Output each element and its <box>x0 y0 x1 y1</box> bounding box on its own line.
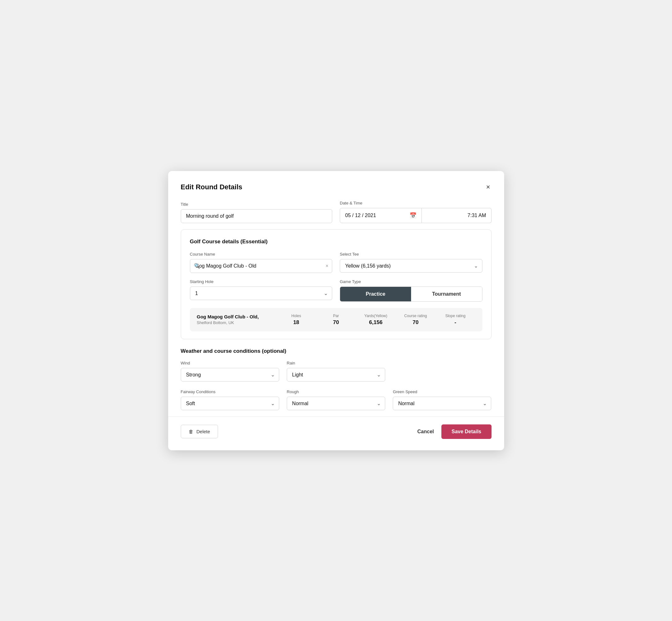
select-tee-wrapper: Yellow (6,156 yards) White (6,456 yards)… <box>340 259 482 273</box>
starting-hole-wrapper: 1 10 ⌄ <box>190 287 333 300</box>
wind-wrapper: Calm Light Moderate Strong ⌄ <box>181 368 279 381</box>
course-rating-value: 70 <box>395 319 435 326</box>
green-speed-wrapper: Slow Normal Fast ⌄ <box>393 397 491 410</box>
time-value: 7:31 AM <box>468 213 486 218</box>
course-stat-holes: Holes 18 <box>277 314 316 326</box>
clear-course-icon[interactable]: × <box>326 263 328 269</box>
wind-label: Wind <box>181 361 279 365</box>
select-tee-group: Select Tee Yellow (6,156 yards) White (6… <box>340 252 482 273</box>
rain-dropdown[interactable]: None Light Moderate Heavy <box>287 368 385 381</box>
starting-hole-dropdown[interactable]: 1 10 <box>190 287 333 300</box>
slope-rating-label: Slope rating <box>435 314 475 318</box>
title-datetime-row: Title Date & Time 05 / 12 / 2021 📅 7:31 … <box>181 201 492 223</box>
fairway-group: Fairway Conditions Soft Normal Hard ⌄ <box>181 389 279 410</box>
starting-hole-group: Starting Hole 1 10 ⌄ <box>190 279 333 302</box>
modal-title: Edit Round Details <box>181 183 243 191</box>
trash-icon: 🗑 <box>189 429 194 434</box>
course-info-location: Shelford Bottom, UK <box>197 320 277 325</box>
modal-header: Edit Round Details × <box>181 182 492 192</box>
starting-hole-label: Starting Hole <box>190 279 333 284</box>
fairway-rough-green-row: Fairway Conditions Soft Normal Hard ⌄ Ro… <box>181 389 492 410</box>
par-value: 70 <box>316 319 356 326</box>
delete-button[interactable]: 🗑 Delete <box>181 425 218 438</box>
date-field[interactable]: 05 / 12 / 2021 📅 <box>340 208 422 223</box>
green-speed-label: Green Speed <box>393 389 491 394</box>
wind-dropdown[interactable]: Calm Light Moderate Strong <box>181 368 279 381</box>
practice-toggle-button[interactable]: Practice <box>340 287 411 301</box>
course-name-tee-row: Course Name 🔍 × Select Tee Yellow (6,156… <box>190 252 482 273</box>
holes-label: Holes <box>277 314 316 318</box>
calendar-icon: 📅 <box>410 212 416 219</box>
tournament-toggle-button[interactable]: Tournament <box>411 287 482 301</box>
rain-wrapper: None Light Moderate Heavy ⌄ <box>287 368 385 381</box>
weather-section: Weather and course conditions (optional)… <box>181 348 492 410</box>
game-type-toggle: Practice Tournament <box>340 287 482 302</box>
datetime-label: Date & Time <box>340 201 492 205</box>
close-button[interactable]: × <box>485 182 492 192</box>
search-icon: 🔍 <box>194 263 200 269</box>
par-label: Par <box>316 314 356 318</box>
starting-hole-game-type-row: Starting Hole 1 10 ⌄ Game Type Practice … <box>190 279 482 302</box>
course-info-box: Gog Magog Golf Club - Old, Shelford Bott… <box>190 308 482 331</box>
select-tee-dropdown[interactable]: Yellow (6,156 yards) White (6,456 yards)… <box>340 259 482 273</box>
course-stat-course-rating: Course rating 70 <box>395 314 435 326</box>
time-field[interactable]: 7:31 AM <box>422 208 492 223</box>
wind-group: Wind Calm Light Moderate Strong ⌄ <box>181 361 279 383</box>
rough-dropdown[interactable]: Short Normal Long <box>287 397 385 410</box>
weather-section-title: Weather and course conditions (optional) <box>181 348 492 355</box>
slope-rating-value: - <box>435 319 475 326</box>
green-speed-group: Green Speed Slow Normal Fast ⌄ <box>393 389 491 410</box>
date-value: 05 / 12 / 2021 <box>345 213 406 218</box>
course-name-input-wrapper: 🔍 × <box>190 259 333 273</box>
cancel-button[interactable]: Cancel <box>417 429 434 434</box>
holes-value: 18 <box>277 319 316 326</box>
rough-group: Rough Short Normal Long ⌄ <box>287 389 385 410</box>
course-name-group: Course Name 🔍 × <box>190 252 333 273</box>
course-info-name-location: Gog Magog Golf Club - Old, Shelford Bott… <box>197 314 277 325</box>
title-label: Title <box>181 202 333 207</box>
wind-rain-row: Wind Calm Light Moderate Strong ⌄ Rain N… <box>181 361 492 383</box>
game-type-label: Game Type <box>340 279 482 284</box>
save-button[interactable]: Save Details <box>442 424 491 439</box>
course-name-input[interactable] <box>190 259 333 273</box>
title-group: Title <box>181 202 333 223</box>
course-stat-slope-rating: Slope rating - <box>435 314 475 326</box>
datetime-group: Date & Time 05 / 12 / 2021 📅 7:31 AM <box>340 201 492 223</box>
select-tee-label: Select Tee <box>340 252 482 256</box>
green-speed-dropdown[interactable]: Slow Normal Fast <box>393 397 491 410</box>
delete-label: Delete <box>197 429 210 434</box>
title-input[interactable] <box>181 209 333 223</box>
golf-course-section-title: Golf Course details (Essential) <box>190 239 482 245</box>
course-name-label: Course Name <box>190 252 333 256</box>
yards-value: 6,156 <box>356 319 395 326</box>
rough-wrapper: Short Normal Long ⌄ <box>287 397 385 410</box>
rough-label: Rough <box>287 389 385 394</box>
datetime-row: 05 / 12 / 2021 📅 7:31 AM <box>340 208 492 223</box>
footer-right: Cancel Save Details <box>417 424 492 439</box>
fairway-dropdown[interactable]: Soft Normal Hard <box>181 397 279 410</box>
course-info-name: Gog Magog Golf Club - Old, <box>197 314 277 319</box>
course-stat-par: Par 70 <box>316 314 356 326</box>
rain-group: Rain None Light Moderate Heavy ⌄ <box>287 361 385 383</box>
footer-row: 🗑 Delete Cancel Save Details <box>181 424 492 439</box>
course-stat-yards: Yards(Yellow) 6,156 <box>356 314 395 326</box>
fairway-wrapper: Soft Normal Hard ⌄ <box>181 397 279 410</box>
edit-round-modal: Edit Round Details × Title Date & Time 0… <box>168 171 504 450</box>
yards-label: Yards(Yellow) <box>356 314 395 318</box>
fairway-label: Fairway Conditions <box>181 389 279 394</box>
course-rating-label: Course rating <box>395 314 435 318</box>
golf-course-section: Golf Course details (Essential) Course N… <box>181 230 492 339</box>
game-type-group: Game Type Practice Tournament <box>340 279 482 302</box>
rain-label: Rain <box>287 361 385 365</box>
